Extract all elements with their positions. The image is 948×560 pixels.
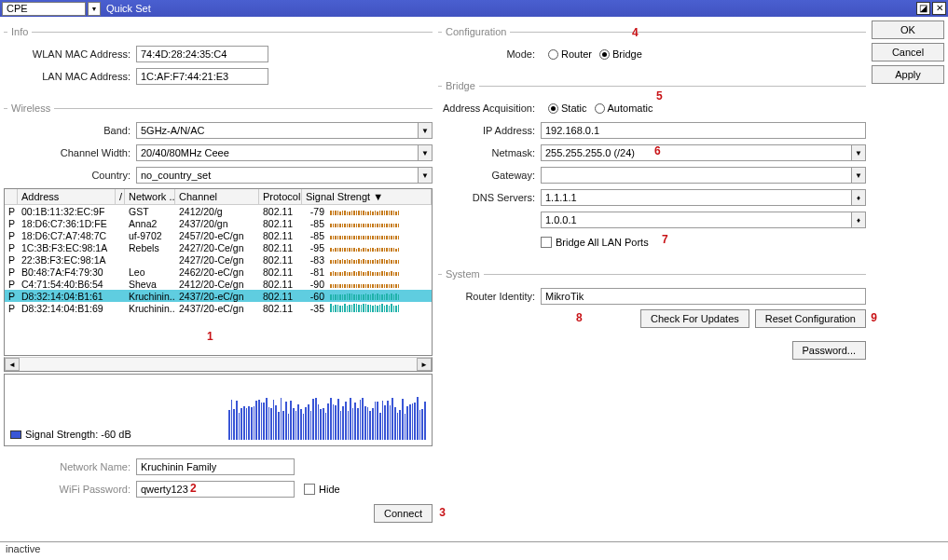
bridge-all-label: Bridge All LAN Ports — [556, 237, 649, 248]
titlebar: CPE ▼ Quick Set ◪ ✕ — [0, 0, 948, 17]
scroll-right-icon[interactable]: ► — [417, 358, 432, 371]
netmask-dropdown-icon[interactable]: ▼ — [851, 144, 866, 161]
chwidth-field[interactable] — [136, 144, 419, 161]
ip-field[interactable] — [541, 122, 866, 139]
router-radio-label: Router — [561, 48, 592, 60]
table-row[interactable]: P18:D6:C7:A7:48:7Cuf-97022457/20-eC/gn80… — [5, 229, 432, 241]
hide-label: Hide — [319, 484, 340, 495]
col-protocol[interactable]: Protocol — [259, 189, 302, 204]
info-section: Info WLAN MAC Address: LAN MAC Address: — [4, 26, 433, 89]
ip-label: IP Address: — [438, 125, 541, 136]
gateway-label: Gateway: — [438, 170, 541, 181]
annotation-7: 7 — [662, 233, 668, 246]
reset-config-button[interactable]: Reset Configuration — [755, 309, 866, 328]
annotation-8: 8 — [576, 311, 583, 324]
system-section: System Router Identity: 8 Check For Upda… — [438, 268, 866, 360]
automatic-radio[interactable] — [595, 103, 605, 114]
table-row[interactable]: PD8:32:14:04:B1:69Kruchinin...2437/20-eC… — [5, 302, 432, 314]
annotation-1: 1 — [207, 330, 213, 343]
country-dropdown-icon[interactable]: ▼ — [418, 167, 433, 184]
annotation-2: 2 — [190, 482, 197, 495]
wlan-mac-field[interactable] — [136, 46, 268, 62]
annotation-5: 5 — [656, 89, 663, 102]
network-name-field[interactable] — [136, 458, 295, 475]
band-label: Band: — [4, 125, 136, 136]
static-radio[interactable] — [548, 103, 558, 114]
table-row[interactable]: PD8:32:14:04:B1:61Kruchinin...2437/20-eC… — [5, 290, 432, 302]
dns-label: DNS Servers: — [438, 192, 541, 203]
wireless-section: Wireless Band: ▼ Channel Width: ▼ Countr… — [4, 102, 433, 534]
mode-label: Mode: — [438, 48, 541, 60]
band-field[interactable] — [136, 122, 419, 139]
band-dropdown-icon[interactable]: ▼ — [418, 122, 433, 139]
static-radio-label: Static — [561, 102, 587, 114]
close-icon[interactable]: ✕ — [932, 2, 946, 15]
legend-swatch — [10, 430, 21, 439]
lan-mac-label: LAN MAC Address: — [4, 71, 136, 82]
router-radio[interactable] — [548, 49, 558, 60]
dns2-field[interactable] — [541, 212, 852, 228]
network-name-label: Network Name: — [4, 461, 136, 472]
identity-label: Router Identity: — [438, 291, 541, 302]
config-section: Configuration Mode: Router Bridge 4 — [438, 26, 866, 67]
check-updates-button[interactable]: Check For Updates — [640, 309, 749, 328]
graph-legend-text: Signal Strength: -60 dB — [25, 429, 131, 440]
mode-dropdown[interactable]: CPE — [2, 2, 86, 16]
col-channel[interactable]: Channel — [175, 189, 259, 204]
hide-checkbox[interactable] — [304, 484, 315, 495]
addr-acq-label: Address Acquisition: — [438, 102, 541, 114]
wifi-pass-label: WiFi Password: — [4, 484, 136, 495]
chwidth-label: Channel Width: — [4, 147, 136, 158]
annotation-9: 9 — [871, 311, 877, 324]
info-legend: Info — [7, 26, 32, 37]
dropdown-arrow-icon[interactable]: ▼ — [88, 2, 101, 16]
system-legend: System — [442, 268, 484, 280]
gateway-dropdown-icon[interactable]: ▼ — [851, 167, 866, 184]
col-sort-icon[interactable]: / — [116, 189, 125, 204]
annotation-4: 4 — [632, 26, 639, 39]
bridge-all-checkbox[interactable] — [541, 237, 552, 248]
status-bar: inactive — [0, 541, 948, 556]
dns2-updown-icon[interactable]: ♦ — [851, 212, 866, 228]
apply-button[interactable]: Apply — [872, 65, 944, 84]
bridge-radio[interactable] — [599, 49, 610, 60]
window-title: Quick Set — [106, 3, 914, 14]
annotation-6: 6 — [654, 144, 661, 157]
bridge-section: Bridge Address Acquisition: Static Autom… — [438, 80, 866, 255]
table-row[interactable]: P18:D6:C7:36:1D:FEAnna22437/20/gn802.11-… — [5, 217, 432, 229]
scroll-left-icon[interactable]: ◄ — [5, 358, 20, 371]
netmask-label: Netmask: — [438, 147, 541, 158]
table-row[interactable]: P00:1B:11:32:EC:9FGST2412/20/g802.11-79 — [5, 205, 432, 217]
identity-field[interactable] — [541, 288, 866, 305]
scan-table[interactable]: Address / Network ... Channel Protocol S… — [4, 188, 433, 356]
ok-button[interactable]: OK — [872, 20, 944, 39]
table-row[interactable]: PC4:71:54:40:B6:54Sheva2412/20-Ce/gn802.… — [5, 278, 432, 290]
popout-icon[interactable]: ◪ — [916, 2, 930, 15]
col-signal[interactable]: Signal Strengt ▼ — [302, 189, 432, 204]
bridge-legend: Bridge — [442, 80, 479, 91]
chwidth-dropdown-icon[interactable]: ▼ — [418, 144, 433, 161]
automatic-radio-label: Automatic — [608, 102, 653, 114]
dns1-field[interactable] — [541, 189, 852, 206]
wifi-pass-field[interactable] — [136, 481, 295, 498]
col-address[interactable]: Address — [18, 189, 116, 204]
table-row[interactable]: P22:3B:F3:EC:98:1A2427/20-Ce/gn802.11-83 — [5, 253, 432, 266]
country-field[interactable] — [136, 167, 419, 184]
lan-mac-field[interactable] — [136, 68, 268, 85]
password-button[interactable]: Password... — [792, 341, 866, 360]
table-row[interactable]: P1C:3B:F3:EC:98:1ARebels2427/20-Ce/gn802… — [5, 241, 432, 253]
col-network[interactable]: Network ... — [125, 189, 175, 204]
signal-graph: Signal Strength: -60 dB — [4, 374, 433, 446]
netmask-field[interactable] — [541, 144, 852, 161]
table-hscroll[interactable]: ◄ ► — [4, 357, 433, 372]
cancel-button[interactable]: Cancel — [872, 43, 944, 61]
connect-button[interactable]: Connect — [374, 504, 433, 523]
table-row[interactable]: PB0:48:7A:F4:79:30Leo2462/20-eC/gn802.11… — [5, 266, 432, 278]
col-indicator[interactable] — [5, 189, 18, 204]
dns1-updown-icon[interactable]: ♦ — [851, 189, 866, 206]
annotation-3: 3 — [439, 506, 446, 519]
wlan-mac-label: WLAN MAC Address: — [4, 48, 136, 60]
gateway-field[interactable] — [541, 167, 852, 184]
country-label: Country: — [4, 170, 136, 181]
wireless-legend: Wireless — [7, 102, 54, 114]
